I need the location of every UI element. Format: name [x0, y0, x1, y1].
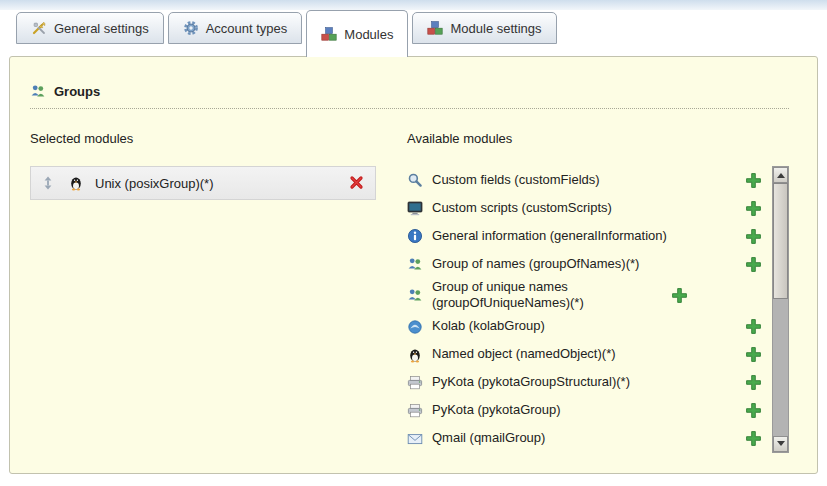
available-module-row: General information (generalInformation)	[407, 222, 762, 250]
tab-label: General settings	[54, 21, 149, 36]
available-module-label: PyKota (pykotaGroup)	[432, 402, 736, 418]
available-module-row: Group of names (groupOfNames)(*)	[407, 250, 762, 278]
available-module-row: PyKota (pykotaGroupStructural)(*)	[407, 369, 762, 397]
tab-module-settings[interactable]: Module settings	[412, 12, 556, 44]
selected-module-label: Unix (posixGroup)(*)	[95, 176, 338, 191]
penguin-icon	[407, 347, 423, 363]
printer-icon	[407, 403, 423, 419]
tab-bar: General settings Account types Modules	[0, 10, 827, 44]
selected-modules-heading: Selected modules	[30, 131, 392, 146]
add-module-button[interactable]	[745, 374, 762, 391]
modules-icon	[321, 26, 337, 42]
available-module-row: Named object (namedObject)(*)	[407, 341, 762, 369]
screen-icon	[407, 200, 423, 216]
available-module-row: Kolab (kolabGroup)	[407, 313, 762, 341]
scrollbar-thumb[interactable]	[773, 183, 788, 299]
available-module-row: Group of unique names (groupOfUniqueName…	[407, 278, 762, 313]
window-top-strip	[0, 0, 827, 10]
section-title: Groups	[54, 84, 100, 99]
available-module-row: PyKota (pykotaGroup)	[407, 397, 762, 425]
add-module-button[interactable]	[671, 287, 688, 304]
mail-icon	[407, 431, 423, 447]
available-modules-wrap: Custom fields (customFields)	[407, 166, 789, 453]
selected-modules-column: Selected modules	[30, 131, 392, 453]
available-module-label: Named object (namedObject)(*)	[432, 346, 736, 362]
add-module-button[interactable]	[745, 172, 762, 189]
tab-general-settings[interactable]: General settings	[16, 12, 164, 44]
scrollbar[interactable]	[772, 166, 789, 453]
tab-account-types[interactable]: Account types	[168, 12, 303, 44]
available-module-label: Qmail (qmailGroup)	[432, 430, 736, 446]
tab-label: Modules	[344, 27, 393, 42]
add-module-button[interactable]	[745, 430, 762, 447]
content-panel: Groups Selected modules	[9, 56, 818, 474]
available-module-label: Kolab (kolabGroup)	[432, 318, 736, 334]
available-module-label: Group of unique names (groupOfUniqueName…	[432, 279, 662, 312]
modules-columns: Selected modules	[30, 131, 789, 453]
available-module-label: Custom fields (customFields)	[432, 172, 736, 188]
available-module-row: Custom scripts (customScripts)	[407, 194, 762, 222]
group-icon	[407, 287, 423, 303]
available-modules-heading: Available modules	[407, 131, 789, 146]
available-module-label: PyKota (pykotaGroupStructural)(*)	[432, 374, 736, 390]
drag-handle-icon[interactable]	[41, 175, 57, 191]
groups-icon	[30, 83, 46, 99]
available-modules-list: Custom fields (customFields)	[407, 166, 762, 453]
add-module-button[interactable]	[745, 346, 762, 363]
scrollbar-up-button[interactable]	[773, 167, 788, 183]
tab-label: Module settings	[450, 21, 541, 36]
kolab-icon	[407, 319, 423, 335]
gear-icon	[183, 20, 199, 36]
tab-modules[interactable]: Modules	[306, 10, 408, 57]
penguin-icon	[68, 175, 84, 191]
scrollbar-down-button[interactable]	[773, 436, 788, 452]
available-module-row: Custom fields (customFields)	[407, 166, 762, 194]
info-icon	[407, 228, 423, 244]
available-module-label: Group of names (groupOfNames)(*)	[432, 256, 736, 272]
add-module-button[interactable]	[745, 318, 762, 335]
available-module-row: Qmail (qmailGroup)	[407, 425, 762, 453]
add-module-button[interactable]	[745, 256, 762, 273]
scrollbar-track[interactable]	[773, 183, 788, 436]
remove-module-button[interactable]	[349, 175, 365, 191]
section-header: Groups	[30, 83, 789, 109]
modules-icon	[427, 20, 443, 36]
tab-label: Account types	[206, 21, 288, 36]
add-module-button[interactable]	[745, 200, 762, 217]
add-module-button[interactable]	[745, 228, 762, 245]
available-modules-column: Available modules Custom fields (customF…	[407, 131, 789, 453]
printer-icon	[407, 375, 423, 391]
add-module-button[interactable]	[745, 402, 762, 419]
tools-icon	[31, 20, 47, 36]
magnifier-icon	[407, 172, 423, 188]
selected-module-row[interactable]: Unix (posixGroup)(*)	[30, 166, 376, 200]
available-module-label: General information (generalInformation)	[432, 228, 736, 244]
group-icon	[407, 256, 423, 272]
available-module-label: Custom scripts (customScripts)	[432, 200, 736, 216]
